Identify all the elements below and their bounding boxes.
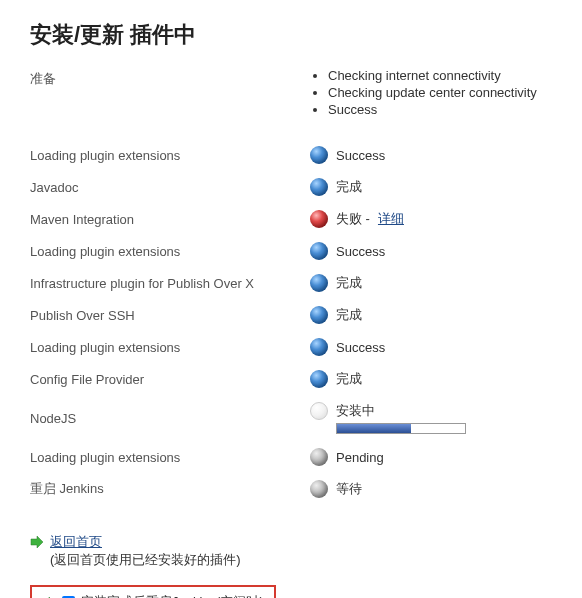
- plugin-name: Config File Provider: [30, 372, 310, 387]
- progress-bar: [336, 423, 466, 434]
- status-cell: 等待: [310, 480, 362, 498]
- plugin-row: Javadoc完成: [30, 171, 552, 203]
- status-ball-icon: [310, 210, 328, 228]
- status-text: Pending: [336, 450, 384, 465]
- status-text: 等待: [336, 480, 362, 498]
- plugin-row: NodeJS安装中: [30, 395, 552, 441]
- status-ball-icon: [310, 370, 328, 388]
- plugin-name: 重启 Jenkins: [30, 480, 310, 498]
- restart-after-install-box: 安装完成后重启Jenkins(空闲时): [30, 585, 276, 598]
- status-ball-icon: [310, 274, 328, 292]
- plugin-name: Javadoc: [30, 180, 310, 195]
- status-cell: 失败 -详细: [310, 210, 404, 228]
- status-cell: Pending: [310, 448, 384, 466]
- page-title: 安装/更新 插件中: [30, 20, 552, 50]
- plugin-row: Maven Integration失败 -详细: [30, 203, 552, 235]
- preparation-label: 准备: [30, 68, 310, 119]
- status-text: 完成: [336, 306, 362, 324]
- plugin-row: Loading plugin extensionsSuccess: [30, 139, 552, 171]
- status-ball-icon: [310, 402, 328, 420]
- plugin-name: Loading plugin extensions: [30, 148, 310, 163]
- plugin-name: Loading plugin extensions: [30, 340, 310, 355]
- status-cell: 完成: [310, 274, 362, 292]
- status-ball-icon: [310, 448, 328, 466]
- plugin-name: Maven Integration: [30, 212, 310, 227]
- status-cell: Success: [310, 242, 385, 260]
- preparation-row: 准备 Checking internet connectivity Checki…: [30, 68, 552, 119]
- status-text: 安装中: [336, 402, 375, 420]
- back-to-home-link[interactable]: 返回首页: [50, 534, 102, 549]
- status-cell: 完成: [310, 178, 362, 196]
- plugin-name: Loading plugin extensions: [30, 244, 310, 259]
- status-text: 完成: [336, 178, 362, 196]
- plugin-row: Infrastructure plugin for Publish Over X…: [30, 267, 552, 299]
- back-row: 返回首页 (返回首页使用已经安装好的插件): [30, 533, 552, 569]
- progress-fill: [337, 424, 411, 433]
- plugin-row: Loading plugin extensionsSuccess: [30, 235, 552, 267]
- back-note: (返回首页使用已经安装好的插件): [50, 552, 241, 567]
- plugin-row: Config File Provider完成: [30, 363, 552, 395]
- plugin-row: Publish Over SSH完成: [30, 299, 552, 331]
- plugin-row: 重启 Jenkins等待: [30, 473, 552, 505]
- status-ball-icon: [310, 178, 328, 196]
- plugin-name: Publish Over SSH: [30, 308, 310, 323]
- plugin-row: Loading plugin extensionsPending: [30, 441, 552, 473]
- status-text: 完成: [336, 370, 362, 388]
- status-ball-icon: [310, 338, 328, 356]
- details-link[interactable]: 详细: [378, 210, 404, 228]
- status-cell: 安装中: [310, 402, 466, 434]
- status-text: 失败 -: [336, 210, 370, 228]
- status-ball-icon: [310, 480, 328, 498]
- status-text: Success: [336, 148, 385, 163]
- status-cell: 完成: [310, 306, 362, 324]
- svg-marker-0: [31, 536, 43, 548]
- status-ball-icon: [310, 146, 328, 164]
- restart-label[interactable]: 安装完成后重启Jenkins(空闲时): [81, 593, 264, 598]
- status-text: 完成: [336, 274, 362, 292]
- prep-item: Checking update center connectivity: [328, 85, 537, 100]
- status-text: Success: [336, 244, 385, 259]
- arrow-right-icon: [30, 535, 44, 549]
- plugin-name: Loading plugin extensions: [30, 450, 310, 465]
- plugin-name: Infrastructure plugin for Publish Over X: [30, 276, 310, 291]
- status-cell: Success: [310, 146, 385, 164]
- plugin-row: Loading plugin extensionsSuccess: [30, 331, 552, 363]
- status-cell: Success: [310, 338, 385, 356]
- status-ball-icon: [310, 306, 328, 324]
- prep-item: Checking internet connectivity: [328, 68, 537, 83]
- plugin-name: NodeJS: [30, 411, 310, 426]
- status-cell: 完成: [310, 370, 362, 388]
- prep-item: Success: [328, 102, 537, 117]
- status-text: Success: [336, 340, 385, 355]
- status-ball-icon: [310, 242, 328, 260]
- preparation-list: Checking internet connectivity Checking …: [310, 68, 537, 119]
